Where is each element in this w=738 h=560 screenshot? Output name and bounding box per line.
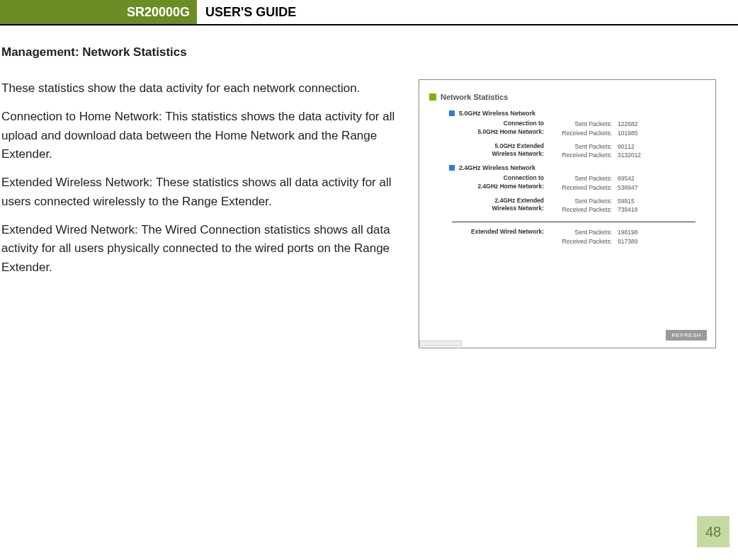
stat-5ghz-home: Connection to 5.0GHz Home Network: Sent … xyxy=(455,120,705,138)
stat-values: Sent Packets:69542 Received Packets:5389… xyxy=(554,174,637,193)
stat-label: 5.0GHz Extended Wireless Network: xyxy=(455,142,554,161)
recv-value: 3132012 xyxy=(618,151,641,160)
stat-label-line1: Connection to xyxy=(504,174,544,181)
section-24ghz: 2.4GHz Wireless Network xyxy=(449,164,705,171)
header-model: SR20000G xyxy=(0,0,197,24)
stat-label: Connection to 2.4GHz Home Network: xyxy=(455,174,554,193)
section-5ghz: 5.0GHz Wireless Network xyxy=(449,110,705,117)
sent-value: 69542 xyxy=(618,174,635,183)
paragraph-extended-wired: Extended Wired Network: The Wired Connec… xyxy=(1,221,407,277)
sent-label: Sent Packets: xyxy=(554,142,618,152)
stat-label: Connection to 5.0GHz Home Network: xyxy=(455,120,554,138)
header-guide-title: USER'S GUIDE xyxy=(197,0,296,24)
recv-label: Received Packets: xyxy=(554,183,618,193)
network-statistics-panel: Network Statistics 5.0GHz Wireless Netwo… xyxy=(419,79,716,348)
stat-24ghz-home: Connection to 2.4GHz Home Network: Sent … xyxy=(455,174,705,193)
sent-label: Sent Packets: xyxy=(554,120,618,129)
sent-value: 90112 xyxy=(618,142,635,152)
sent-value: 198198 xyxy=(618,228,637,237)
stat-values: Sent Packets:59815 Received Packets:7384… xyxy=(554,197,637,215)
sent-label: Sent Packets: xyxy=(554,174,618,183)
paragraph-extended-wireless: Extended Wireless Network: These statist… xyxy=(1,173,407,211)
sent-label: Sent Packets: xyxy=(554,228,618,237)
stat-label-line1: Connection to xyxy=(504,120,544,127)
page-header: SR20000G USER'S GUIDE xyxy=(0,0,738,25)
sent-value: 59815 xyxy=(618,197,635,206)
body-area: These statistics show the data activity … xyxy=(0,79,738,348)
recv-value: 917389 xyxy=(618,237,637,246)
stat-5ghz-extended: 5.0GHz Extended Wireless Network: Sent P… xyxy=(455,142,705,161)
recv-label: Received Packets: xyxy=(554,237,618,246)
square-icon xyxy=(449,165,455,171)
stat-label-line1: 5.0GHz Extended xyxy=(495,142,544,149)
page-content: Management: Network Statistics These sta… xyxy=(0,25,738,348)
panel-title-row: Network Statistics xyxy=(429,93,705,101)
stat-24ghz-extended: 2.4GHz Extended Wireless Network: Sent P… xyxy=(455,197,705,215)
paragraph-home-network: Connection to Home Network: This statist… xyxy=(1,108,407,164)
stat-values: Sent Packets:90112 Received Packets:3132… xyxy=(554,142,641,161)
stat-label: Extended Wired Network: xyxy=(455,228,554,246)
paragraph-intro: These statistics show the data activity … xyxy=(1,79,407,98)
refresh-button[interactable]: REFRESH xyxy=(666,330,707,341)
stat-label-line2: Wireless Network: xyxy=(492,150,544,157)
description-column: These statistics show the data activity … xyxy=(0,79,407,348)
stat-label-line2: 5.0GHz Home Network: xyxy=(477,128,544,135)
recv-value: 738418 xyxy=(618,205,637,215)
page-number: 48 xyxy=(697,516,730,547)
recv-value: 101985 xyxy=(618,129,637,138)
square-icon xyxy=(449,110,455,116)
panel-title: Network Statistics xyxy=(441,93,508,101)
stat-values: Sent Packets:198198 Received Packets:917… xyxy=(554,228,637,246)
stat-label: 2.4GHz Extended Wireless Network: xyxy=(455,197,554,215)
sent-label: Sent Packets: xyxy=(554,197,618,206)
section-24ghz-label: 2.4GHz Wireless Network xyxy=(459,164,535,171)
stat-values: Sent Packets:122682 Received Packets:101… xyxy=(554,120,637,138)
section-heading: Management: Network Statistics xyxy=(1,45,738,59)
recv-label: Received Packets: xyxy=(554,129,618,138)
recv-label: Received Packets: xyxy=(554,205,618,215)
stat-label-line2: 2.4GHz Home Network: xyxy=(477,183,544,190)
scrollbar[interactable] xyxy=(419,341,462,346)
recv-value: 538947 xyxy=(618,183,637,193)
divider xyxy=(452,222,696,222)
stat-label-line1: 2.4GHz Extended xyxy=(495,197,544,204)
stat-label-line2: Wireless Network: xyxy=(492,205,544,212)
stat-wired: Extended Wired Network: Sent Packets:198… xyxy=(455,228,705,246)
sent-value: 122682 xyxy=(618,120,637,129)
square-icon xyxy=(429,93,436,101)
section-5ghz-label: 5.0GHz Wireless Network xyxy=(459,110,535,117)
recv-label: Received Packets: xyxy=(554,151,618,160)
